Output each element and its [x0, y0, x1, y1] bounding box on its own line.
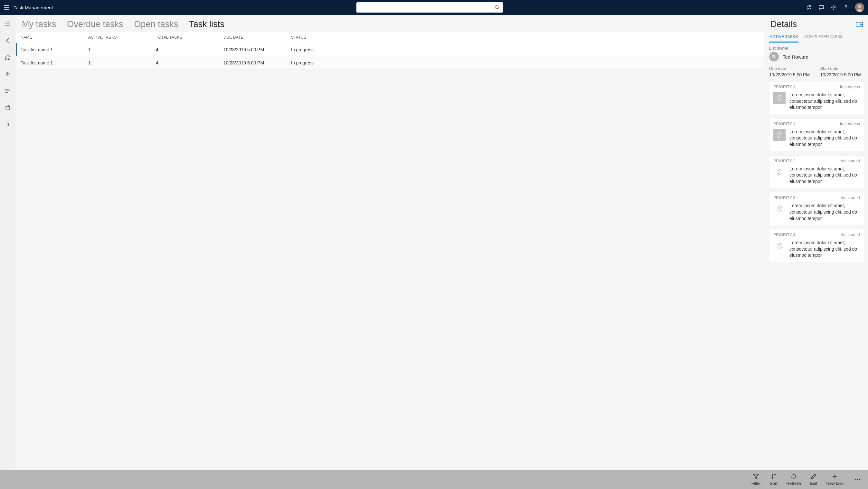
task-card[interactable]: PRIORITY 3Not startedLorem ipsum dolor s…	[769, 192, 864, 225]
task-card[interactable]: PRIORITY 4Not startedLorem ipsum dolor s…	[769, 229, 864, 262]
svg-point-2	[833, 7, 835, 8]
due-date-label: Due date	[769, 66, 813, 71]
sort-button[interactable]: Sort	[770, 473, 778, 486]
task-progress-icon	[773, 92, 785, 104]
main-content: My tasks Overdue tasks Open tasks Task l…	[16, 15, 765, 470]
filter-button[interactable]: Filter	[751, 473, 761, 486]
edit-label: Edit	[810, 481, 817, 486]
cell-due: 10/23/2019 5:00 PM	[223, 47, 291, 52]
table-header: NAME ACTIVE TASKS TOTAL TASKS DUE DATE S…	[16, 32, 764, 43]
list-icon[interactable]	[3, 86, 13, 96]
sync-icon[interactable]	[806, 4, 812, 10]
cell-active: 1	[88, 60, 156, 65]
task-description: Lorem ipsum dolor sit amet, consectetur …	[789, 166, 860, 185]
tab-task-lists[interactable]: Task lists	[189, 19, 224, 29]
col-header-due[interactable]: DUE DATE	[223, 35, 291, 39]
owner-row: FL Ted Howard	[769, 52, 864, 61]
filter-label: Filter	[751, 481, 761, 486]
left-rail: 0	[0, 15, 16, 470]
task-card[interactable]: PRIORITY 1In progressLorem ipsum dolor s…	[769, 118, 864, 151]
cell-total: 4	[156, 60, 223, 65]
topbar-actions	[806, 3, 864, 12]
plus-icon	[832, 473, 838, 480]
svg-rect-8	[6, 106, 10, 110]
chat-icon[interactable]	[818, 4, 824, 10]
task-description: Lorem ipsum dolor sit amet, consectetur …	[789, 129, 860, 148]
tab-open-tasks[interactable]: Open tasks	[134, 19, 178, 29]
search-input[interactable]	[360, 5, 495, 10]
col-header-total[interactable]: TOTAL TASKS	[156, 35, 223, 39]
search-icon[interactable]	[495, 5, 500, 10]
task-list-table: NAME ACTIVE TASKS TOTAL TASKS DUE DATE S…	[16, 32, 765, 470]
user-avatar[interactable]	[855, 3, 864, 12]
refresh-button[interactable]: Refresh	[786, 473, 801, 486]
task-description: Lorem ipsum dolor sit amet, consectetur …	[789, 240, 860, 259]
svg-point-15	[856, 479, 857, 480]
cell-total: 4	[156, 47, 223, 52]
start-date-value: 10/23/2019 5:00 PM	[820, 72, 864, 77]
details-title: Details	[770, 19, 797, 29]
refresh-label: Refresh	[786, 481, 801, 486]
details-body[interactable]: List owner FL Ted Howard Due date 10/23/…	[765, 42, 868, 470]
table-row[interactable]: Task list name 1 1 4 10/23/2019 5:00 PM …	[16, 43, 764, 56]
col-header-status[interactable]: STATUS	[291, 35, 748, 39]
task-priority: PRIORITY 2	[773, 159, 795, 163]
new-task-button[interactable]: New task	[827, 473, 843, 486]
undock-icon[interactable]	[856, 22, 863, 27]
svg-point-17	[859, 479, 860, 480]
home-icon[interactable]	[3, 52, 13, 62]
row-more-icon[interactable]: ⋮	[748, 60, 760, 66]
cell-status: In progress	[291, 60, 748, 65]
svg-point-6	[8, 73, 10, 75]
cell-name: Task list name 1	[21, 60, 88, 65]
task-status: Not started	[840, 196, 860, 200]
table-row[interactable]: Task list name 1 1 4 10/23/2019 5:00 PM …	[16, 56, 764, 69]
col-header-name[interactable]: NAME	[21, 35, 88, 39]
settings-icon[interactable]	[831, 4, 836, 10]
task-card[interactable]: PRIORITY 1In progressLorem ipsum dolor s…	[769, 81, 864, 114]
task-progress-icon	[773, 129, 785, 141]
task-progress-icon	[773, 166, 785, 178]
details-tab-completed[interactable]: COMPLETED TASKS	[804, 32, 843, 42]
edit-button[interactable]: Edit	[810, 473, 817, 486]
svg-point-4	[858, 5, 861, 8]
tab-overdue-tasks[interactable]: Overdue tasks	[67, 19, 123, 29]
app-title: Task Management	[13, 5, 53, 10]
row-more-icon[interactable]: ⋮	[748, 47, 760, 53]
task-status: In progress	[840, 85, 860, 89]
help-icon[interactable]	[843, 4, 849, 10]
main-tabs: My tasks Overdue tasks Open tasks Task l…	[16, 15, 765, 32]
task-card[interactable]: PRIORITY 2Not startedLorem ipsum dolor s…	[769, 155, 864, 189]
hamburger-icon[interactable]	[4, 4, 10, 10]
svg-point-7	[6, 75, 8, 76]
bag-icon[interactable]	[3, 103, 13, 113]
cell-name: Task list name 1	[21, 47, 88, 52]
cell-status: In progress	[291, 47, 748, 52]
task-priority: PRIORITY 1	[773, 122, 795, 126]
col-header-active[interactable]: ACTIVE TASKS	[88, 35, 156, 39]
more-icon[interactable]	[852, 476, 863, 483]
bottombar: Filter Sort Refresh Edit New task	[0, 470, 868, 489]
cell-due: 10/23/2019 5:00 PM	[223, 60, 291, 65]
details-tabs: ACTIVE TASKS COMPLETED TASKS	[765, 31, 868, 42]
details-tab-active[interactable]: ACTIVE TASKS	[769, 32, 799, 42]
search-box[interactable]	[356, 2, 503, 12]
topbar: Task Management	[0, 0, 868, 15]
due-date-value: 10/23/2019 5:00 PM	[769, 72, 813, 77]
task-priority: PRIORITY 1	[773, 85, 795, 89]
tab-my-tasks[interactable]: My tasks	[22, 19, 56, 29]
task-progress-icon	[773, 240, 785, 252]
svg-point-0	[495, 5, 498, 9]
svg-point-16	[857, 479, 858, 480]
cell-active: 1	[88, 47, 156, 52]
owner-label: List owner	[769, 46, 864, 51]
refresh-icon	[790, 473, 797, 480]
dashboard-icon[interactable]	[3, 69, 13, 79]
back-icon[interactable]	[3, 35, 13, 46]
new-task-label: New task	[827, 481, 843, 486]
rail-hamburger-icon[interactable]	[3, 19, 13, 29]
details-pane: Details ACTIVE TASKS COMPLETED TASKS Lis…	[765, 15, 868, 470]
sort-icon	[770, 473, 777, 480]
task-status: Not started	[840, 233, 860, 237]
rail-zero[interactable]: 0	[3, 119, 13, 130]
